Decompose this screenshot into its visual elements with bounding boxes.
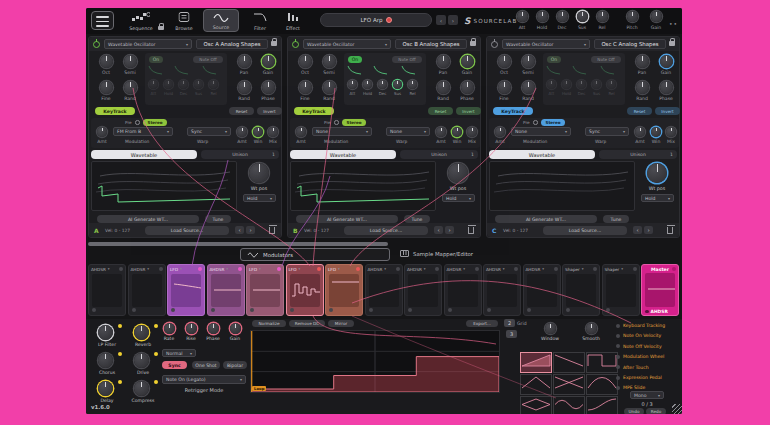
tune-button[interactable]: Tune — [603, 215, 629, 223]
modulator-type-select[interactable]: AHDSR▾ — [447, 267, 473, 272]
tab-unison[interactable]: Unison1 — [201, 150, 279, 159]
slot-bypass-led[interactable] — [369, 308, 373, 312]
rand-knob[interactable]: Rand — [119, 81, 141, 101]
osc-power-button[interactable] — [292, 41, 299, 48]
mod-amt-knob[interactable] — [97, 127, 107, 137]
pre-toggle[interactable] — [533, 120, 538, 125]
warp-amt-knob[interactable] — [635, 127, 645, 137]
mod-source-item[interactable]: Note On Velocity — [616, 331, 680, 340]
keytrack-button[interactable]: KeyTrack — [294, 107, 334, 115]
loop-tag[interactable]: Loop — [252, 386, 266, 391]
lfo-waveform-editor[interactable]: Loop — [250, 330, 500, 393]
slot-led[interactable] — [277, 267, 281, 271]
mod-source-led[interactable] — [616, 376, 620, 380]
wave-thumb-ramp-down[interactable] — [553, 352, 585, 373]
modulator-type-select[interactable]: AHDSR▾ — [526, 267, 552, 272]
pan-rand-knob[interactable]: Rand — [432, 81, 454, 101]
normalize-button[interactable]: Normalize — [252, 320, 286, 327]
modulator-type-select[interactable]: AHDSR▾ — [210, 267, 236, 272]
wt-pos-knob[interactable] — [647, 163, 667, 183]
slot-bypass-led[interactable] — [606, 308, 610, 312]
mod-source-led[interactable] — [616, 355, 620, 359]
env-dec-knob[interactable] — [577, 80, 586, 89]
macro-hold-knob[interactable]: Hold — [532, 10, 552, 32]
pan-knob[interactable]: Pan — [233, 55, 255, 75]
mod-source-item[interactable]: Modulation Wheel — [616, 352, 680, 361]
tab-effect[interactable]: Effect — [279, 9, 307, 32]
wt-pos-knob[interactable] — [249, 163, 269, 183]
modulators-tab[interactable]: Modulators — [240, 248, 390, 261]
modulator-type-select[interactable]: AHDSR▾ — [486, 267, 512, 272]
modulator-type-select[interactable]: AHDSR▾ — [407, 267, 433, 272]
slot-led[interactable] — [317, 267, 321, 271]
phase-reset-button[interactable]: Reset — [428, 107, 453, 115]
modulator-slot[interactable]: Shaper▾ — [602, 264, 640, 316]
tab-wavetable[interactable]: Wavetable — [489, 150, 595, 159]
sample-mapper-tab[interactable]: Sample Mapper/Editor — [400, 250, 473, 257]
ai-generate-button[interactable]: AI Generate WT... — [97, 215, 199, 223]
wave-thumb-ramp-up[interactable] — [520, 352, 552, 373]
phase-reset-button[interactable]: Reset — [627, 107, 652, 115]
env-hold-knob[interactable] — [164, 80, 173, 89]
tab-unison[interactable]: Unison1 — [400, 150, 478, 159]
mod-source-item[interactable]: Note Off Velocity — [616, 342, 680, 351]
mod-source-led[interactable] — [616, 324, 620, 328]
tune-button[interactable]: Tune — [205, 215, 231, 223]
lfo-mode-select[interactable]: Normal▾ — [162, 349, 196, 357]
modulator-display[interactable] — [132, 274, 162, 307]
env-rel-knob[interactable] — [607, 80, 616, 89]
env-trigger-select[interactable]: Note Off — [591, 56, 621, 63]
source-next-button[interactable]: › — [246, 226, 255, 234]
tab-wavetable[interactable]: Wavetable — [91, 150, 197, 159]
slot-led[interactable] — [356, 267, 360, 271]
osc-lock-icon[interactable] — [669, 41, 675, 46]
ai-generate-button[interactable]: AI Generate WT... — [495, 215, 597, 223]
modulation-source-select[interactable]: FM From B▾ — [113, 127, 173, 136]
grid-x-stepper[interactable]: 2 — [504, 319, 515, 327]
warp-select[interactable]: Sync▾ — [187, 127, 231, 136]
load-source-button[interactable]: Load Source... — [543, 226, 627, 235]
pan-knob[interactable]: Pan — [631, 55, 653, 75]
fx-delay-knob[interactable]: Delay — [90, 380, 124, 406]
tab-sequence[interactable]: Sequence — [122, 9, 160, 32]
env-sus-knob[interactable] — [194, 80, 203, 89]
pre-toggle[interactable] — [334, 120, 339, 125]
env-trigger-select[interactable]: Note Off — [392, 56, 422, 63]
osc-power-button[interactable] — [93, 41, 100, 48]
osc-type-select[interactable]: Wavetable Oscillator▾ — [104, 39, 192, 49]
global-pitch-knob[interactable]: Pitch — [622, 10, 642, 32]
trash-icon[interactable] — [667, 227, 673, 234]
modulator-type-select[interactable]: AHDSR▾ — [131, 267, 157, 272]
env-on-button[interactable]: On — [348, 56, 362, 63]
mod-amt-knob[interactable] — [296, 127, 306, 137]
wave-thumb-s-curve[interactable] — [586, 396, 618, 414]
mirror-button[interactable]: Mirror — [328, 320, 354, 327]
keytrack-button[interactable]: KeyTrack — [493, 107, 533, 115]
mod-source-led[interactable] — [616, 365, 620, 369]
mod-source-item[interactable]: Keyboard Tracking — [616, 321, 680, 330]
slot-bypass-led[interactable] — [527, 308, 531, 312]
modulator-type-select[interactable]: Shaper▾ — [605, 267, 631, 272]
rand-knob[interactable]: Rand — [318, 81, 340, 101]
tab-wavetable[interactable]: Wavetable — [290, 150, 396, 159]
resize-handle[interactable] — [672, 404, 682, 414]
mod-source-item[interactable]: After Touch — [616, 363, 680, 372]
phase-reset-button[interactable]: Reset — [229, 107, 254, 115]
pre-toggle[interactable] — [135, 120, 140, 125]
semi-knob[interactable]: Semi — [517, 55, 539, 75]
env-dec-knob[interactable] — [378, 80, 387, 89]
slot-led[interactable] — [238, 267, 242, 271]
global-gain-knob[interactable]: Gain — [646, 10, 666, 32]
velocity-range[interactable]: Vel: 0 - 127 — [304, 228, 329, 233]
modulator-display[interactable] — [211, 274, 241, 307]
mod-dot[interactable] — [154, 380, 158, 384]
wave-thumb-cross[interactable] — [553, 374, 585, 395]
phase-knob[interactable]: Phase — [456, 81, 478, 101]
voice-mode-select[interactable]: Mono▾ — [630, 391, 664, 399]
env-on-button[interactable]: On — [547, 56, 561, 63]
stereo-button[interactable]: Stereo — [342, 119, 366, 126]
macro-sus-knob[interactable]: Sus — [572, 10, 592, 32]
source-prev-button[interactable]: ‹ — [235, 226, 244, 234]
modulator-type-select[interactable]: AHDSR▾ — [368, 267, 394, 272]
redo-button[interactable]: Redo — [646, 408, 666, 414]
